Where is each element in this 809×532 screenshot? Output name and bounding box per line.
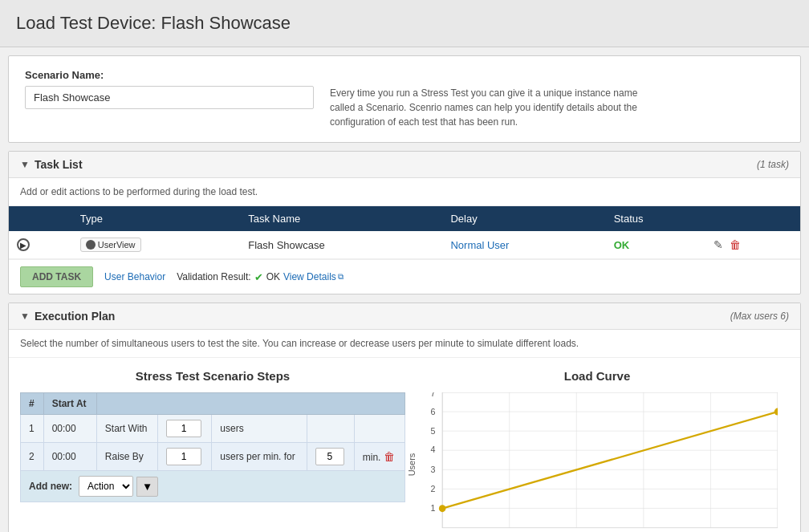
validation-result: Validation Result: ✔ OK View Details ⧉	[177, 271, 344, 283]
load-curve-section: Load Curve Users	[405, 369, 789, 532]
col-taskname: Task Name	[240, 206, 442, 231]
scenario-name-label: Scenario Name:	[25, 69, 784, 81]
step-start-2: 00:00	[43, 443, 96, 471]
step-num-1: 1	[21, 415, 44, 443]
table-row: ▶ UserView Flash Showcase Normal User OK	[9, 231, 800, 259]
svg-text:2: 2	[431, 484, 436, 493]
step-users-input-2[interactable]	[166, 448, 201, 465]
add-new-row: Add new: Action ▼	[20, 471, 405, 502]
external-link-icon: ⧉	[338, 272, 344, 282]
view-details-label: View Details	[283, 271, 336, 282]
stress-test-steps: Stress Test Scenario Steps # Start At 1 …	[20, 369, 405, 532]
task-type-label: UserView	[98, 240, 136, 250]
y-axis-label: Users	[407, 453, 417, 477]
row-expand-icon[interactable]: ▶	[17, 238, 30, 251]
user-view-icon	[86, 240, 96, 250]
delete-icon[interactable]: 🗑	[730, 238, 741, 251]
task-list-section: ▼ Task List (1 task) Add or edit actions…	[8, 151, 801, 294]
svg-point-24	[439, 505, 446, 512]
col-start-at: Start At	[43, 393, 96, 415]
task-list-header: ▼ Task List (1 task)	[9, 152, 800, 178]
col-expand	[9, 206, 72, 231]
task-type-badge: UserView	[80, 238, 141, 252]
action-select[interactable]: Action	[79, 476, 133, 497]
task-footer: ADD TASK User Behavior Validation Result…	[9, 259, 800, 294]
scenario-help-text: Every time you run a Stress Test you can…	[330, 86, 651, 129]
load-curve-title: Load Curve	[417, 369, 778, 383]
stress-test-title: Stress Test Scenario Steps	[20, 369, 405, 383]
status-ok: OK	[614, 239, 630, 251]
exec-plan-badge: (Max users 6)	[730, 311, 789, 322]
col-status: Status	[606, 206, 705, 231]
action-dropdown-arrow[interactable]: ▼	[136, 477, 158, 497]
svg-text:7: 7	[431, 392, 436, 398]
col-delay: Delay	[442, 206, 605, 231]
execution-plan-section: ▼ Execution Plan (Max users 6) Select th…	[8, 303, 801, 532]
step-suffix-2: users per min. for	[212, 443, 307, 471]
svg-text:3: 3	[431, 465, 436, 474]
step-num-2: 2	[21, 443, 44, 471]
step-row-1: 1 00:00 Start With users	[21, 415, 405, 443]
add-task-button[interactable]: ADD TASK	[20, 266, 93, 287]
execution-plan-header: ▼ Execution Plan (Max users 6)	[9, 303, 800, 330]
edit-icon[interactable]: ✎	[713, 238, 723, 251]
step-start-1: 00:00	[43, 415, 96, 443]
exec-plan-description: Select the number of simultaneous users …	[9, 330, 800, 358]
step-row-2: 2 00:00 Raise By users per min. for	[21, 443, 405, 471]
exec-plan-content: Stress Test Scenario Steps # Start At 1 …	[9, 358, 800, 532]
step-min-label: min.	[363, 452, 381, 463]
svg-text:1: 1	[431, 503, 436, 513]
scenario-name-input[interactable]	[25, 86, 314, 109]
check-icon: ✔	[254, 271, 263, 283]
col-action-detail	[96, 393, 404, 415]
add-new-label: Add new:	[29, 481, 72, 492]
steps-table: # Start At 1 00:00 Start With	[20, 392, 405, 471]
row-actions: ✎ 🗑	[713, 238, 792, 251]
step-action-2: Raise By	[96, 443, 157, 471]
view-details-link[interactable]: View Details ⧉	[283, 271, 344, 282]
step-action-1: Start With	[96, 415, 157, 443]
task-name-cell: Flash Showcase	[240, 231, 442, 259]
page-title: Load Test Device: Flash Showcase	[16, 13, 793, 34]
step-minutes-input-2[interactable]	[315, 448, 344, 465]
col-actions	[705, 206, 800, 231]
delete-step-icon-2[interactable]: 🗑	[384, 450, 395, 463]
user-behavior-link[interactable]: User Behavior	[104, 271, 165, 282]
svg-text:4: 4	[431, 445, 436, 454]
load-curve-svg: 7 6 5 4 3 2 1	[417, 392, 778, 532]
step-users-input-1[interactable]	[166, 420, 201, 437]
task-list-chevron-icon[interactable]: ▼	[20, 159, 30, 170]
exec-plan-chevron-icon[interactable]: ▼	[20, 311, 30, 322]
chart-area: Users	[417, 392, 778, 532]
task-list-description: Add or edit actions to be performed duri…	[9, 178, 800, 206]
page-header: Load Test Device: Flash Showcase	[0, 0, 809, 47]
col-step-num: #	[21, 393, 44, 415]
delay-link[interactable]: Normal User	[450, 239, 509, 251]
col-type: Type	[72, 206, 241, 231]
exec-plan-title: Execution Plan	[35, 310, 115, 323]
scenario-name-section: Scenario Name: Every time you run a Stre…	[8, 55, 801, 143]
task-table: Type Task Name Delay Status ▶ UserView	[9, 206, 800, 259]
validation-status: OK	[266, 271, 280, 282]
validation-label: Validation Result:	[177, 271, 251, 282]
svg-text:6: 6	[431, 407, 436, 416]
task-list-title: Task List	[35, 158, 83, 171]
step-suffix-1: users	[212, 415, 307, 443]
svg-text:5: 5	[431, 426, 436, 436]
task-list-badge: (1 task)	[757, 159, 789, 170]
